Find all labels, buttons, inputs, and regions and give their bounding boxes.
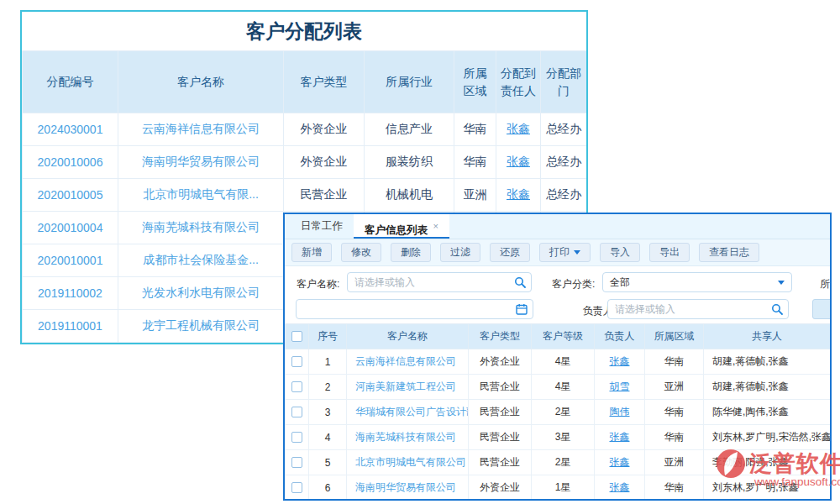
customer-name-link[interactable]: 海南明华贸易有限公司 xyxy=(347,475,469,501)
table-row: 2 河南美新建筑工程公司 民营企业 4星 胡雪 亚洲 胡建,蒋德帧,张鑫 xyxy=(286,375,831,400)
col-no: 序号 xyxy=(309,324,347,349)
export-button[interactable]: 导出 xyxy=(649,243,690,262)
customer-name-label: 客户名称: xyxy=(297,274,339,294)
toolbar: 新增 修改 删除 过滤 还原 打印 导入 导出 查看日志 xyxy=(285,239,830,266)
manager-link[interactable]: 张鑫 xyxy=(610,431,630,443)
shared-cell: 刘东林,罗广明,宋浩然,张鑫 xyxy=(704,425,831,450)
search-button[interactable] xyxy=(812,299,832,319)
calendar-icon[interactable] xyxy=(516,303,528,315)
customer-name-link[interactable]: 龙宇工程机械有限公司 xyxy=(118,310,284,343)
tab-daily-work[interactable]: 日常工作 xyxy=(290,214,354,239)
row-checkbox[interactable] xyxy=(291,356,302,367)
region-cell: 华南 xyxy=(454,113,496,146)
search-icon[interactable] xyxy=(514,276,526,288)
customer-type-cell: 外资企业 xyxy=(284,146,365,179)
customer-info-window: 日常工作 客户信息列表 × 新增 修改 删除 过滤 还原 打印 导入 导出 查看… xyxy=(283,213,832,501)
row-checkbox[interactable] xyxy=(291,432,302,443)
shared-cell: 刘东林,罗广明,张鑫 xyxy=(704,475,831,501)
region-label-clipped: 所在 xyxy=(820,274,832,294)
select-all-checkbox[interactable] xyxy=(291,331,302,342)
manager-link[interactable]: 张鑫 xyxy=(610,456,630,468)
customer-name-link[interactable]: 北京市明城电气有限... xyxy=(118,179,284,212)
manager-link[interactable]: 张鑫 xyxy=(610,481,630,493)
manager-input[interactable] xyxy=(608,300,768,318)
department-cell: 总经办 xyxy=(541,179,587,212)
allocation-id-link[interactable]: 2019110001 xyxy=(23,310,118,343)
filter-button[interactable]: 过滤 xyxy=(440,243,480,262)
customer-name-link[interactable]: 光发水利水电有限公司 xyxy=(118,277,284,310)
shared-cell: 胡建,蒋德帧,张鑫 xyxy=(704,375,831,400)
industry-cell: 信息产业 xyxy=(365,113,454,146)
row-checkbox[interactable] xyxy=(291,407,302,417)
col-customer-level: 客户等级 xyxy=(532,324,595,349)
customer-name-link[interactable]: 云南海祥信息有限公司 xyxy=(118,113,284,146)
row-checkbox[interactable] xyxy=(291,482,302,493)
row-checkbox[interactable] xyxy=(291,381,302,392)
manager-link[interactable]: 胡雪 xyxy=(610,381,630,392)
assignee-link[interactable]: 张鑫 xyxy=(507,187,530,201)
page-title: 客户分配列表 xyxy=(22,12,586,50)
col-assignee: 分配到责任人 xyxy=(496,51,541,113)
row-no: 6 xyxy=(309,475,347,501)
customer-type-cell: 外资企业 xyxy=(284,113,365,146)
col-industry: 所属行业 xyxy=(365,51,454,113)
view-log-button[interactable]: 查看日志 xyxy=(699,243,759,262)
row-no: 5 xyxy=(309,450,347,475)
customer-name-input[interactable] xyxy=(348,273,511,291)
filter-area: 客户名称: 客户分类: 全部 所在 xyxy=(285,266,830,323)
customer-category-select[interactable]: 全部 xyxy=(602,272,792,292)
row-no: 3 xyxy=(309,400,347,425)
customer-name-link[interactable]: 云南海祥信息有限公司 xyxy=(347,349,469,375)
assignee-link[interactable]: 张鑫 xyxy=(507,122,530,135)
tab-bar: 日常工作 客户信息列表 × xyxy=(285,214,830,239)
row-no: 1 xyxy=(309,349,347,375)
row-no: 4 xyxy=(309,425,347,450)
customer-name-field xyxy=(347,272,532,292)
col-customer-name: 客户名称 xyxy=(118,51,284,113)
tab-customer-info-list[interactable]: 客户信息列表 × xyxy=(354,214,449,239)
col-allocation-id: 分配编号 xyxy=(23,51,118,113)
edit-button[interactable]: 修改 xyxy=(341,243,381,262)
department-cell: 总经办 xyxy=(541,146,587,179)
close-icon[interactable]: × xyxy=(433,221,438,231)
customer-name-link[interactable]: 华瑞城有限公司广告设计部 xyxy=(347,400,469,425)
table-row: 5 北京市明城电气有限公司 民营企业 2星 张鑫 亚洲 李勤丽,阳强,张鑫 xyxy=(286,450,831,475)
table-row: 4 海南芜城科技有限公司 民营企业 3星 张鑫 华南 刘东林,罗广明,宋浩然,张… xyxy=(286,425,831,450)
allocation-id-link[interactable]: 2019110002 xyxy=(23,277,118,310)
customer-name-link[interactable]: 海南芜城科技有限公司 xyxy=(347,425,469,450)
table-row: 3 华瑞城有限公司广告设计部 民营企业 2星 陶伟 华南 陈华健,陶伟,张鑫 xyxy=(286,400,831,425)
manager-link[interactable]: 张鑫 xyxy=(610,355,630,367)
allocation-id-link[interactable]: 2020010006 xyxy=(23,146,118,179)
customer-name-link[interactable]: 海南芜城科技有限公司 xyxy=(118,212,284,244)
allocation-id-link[interactable]: 2020010001 xyxy=(23,244,118,277)
allocation-header-row: 分配编号 客户名称 客户类型 所属行业 所属区域 分配到责任人 分配部门 xyxy=(23,51,587,113)
customer-category-label: 客户分类: xyxy=(552,274,595,294)
col-shared: 共享人 xyxy=(704,324,831,349)
allocation-id-link[interactable]: 2024030001 xyxy=(23,113,118,146)
customer-type-cell: 民营企业 xyxy=(284,179,365,212)
delete-button[interactable]: 删除 xyxy=(391,243,431,262)
date-input[interactable] xyxy=(297,300,512,318)
allocation-id-link[interactable]: 2020010005 xyxy=(23,179,118,212)
col-manager: 负责人 xyxy=(595,324,645,349)
col-department: 分配部门 xyxy=(541,51,587,113)
search-icon[interactable] xyxy=(771,303,783,315)
page: 客户分配列表 分配编号 客户名称 客户类型 所属行业 所属区域 分配到责任人 分… xyxy=(0,0,840,504)
restore-button[interactable]: 还原 xyxy=(490,243,530,262)
allocation-id-link[interactable]: 2020010004 xyxy=(23,212,118,244)
table-row: 2020010005 北京市明城电气有限... 民营企业 机械机电 亚洲 张鑫 … xyxy=(23,179,587,212)
customer-name-link[interactable]: 海南明华贸易有限公司 xyxy=(118,146,284,179)
add-button[interactable]: 新增 xyxy=(291,243,332,262)
customer-name-link[interactable]: 河南美新建筑工程公司 xyxy=(347,375,469,400)
table-row: 2024030001 云南海祥信息有限公司 外资企业 信息产业 华南 张鑫 总经… xyxy=(23,113,587,146)
col-region: 所属区域 xyxy=(645,324,704,349)
row-checkbox[interactable] xyxy=(291,457,302,468)
table-row: 1 云南海祥信息有限公司 外资企业 4星 张鑫 华南 胡建,蒋德帧,张鑫 xyxy=(286,349,831,375)
import-button[interactable]: 导入 xyxy=(600,243,640,262)
manager-link[interactable]: 陶伟 xyxy=(610,406,630,417)
print-button[interactable]: 打印 xyxy=(539,243,591,262)
customer-name-link[interactable]: 北京市明城电气有限公司 xyxy=(347,450,469,475)
customer-name-link[interactable]: 成都市社会保险基金... xyxy=(118,244,284,277)
col-customer-type: 客户类型 xyxy=(469,324,532,349)
assignee-link[interactable]: 张鑫 xyxy=(507,155,530,168)
